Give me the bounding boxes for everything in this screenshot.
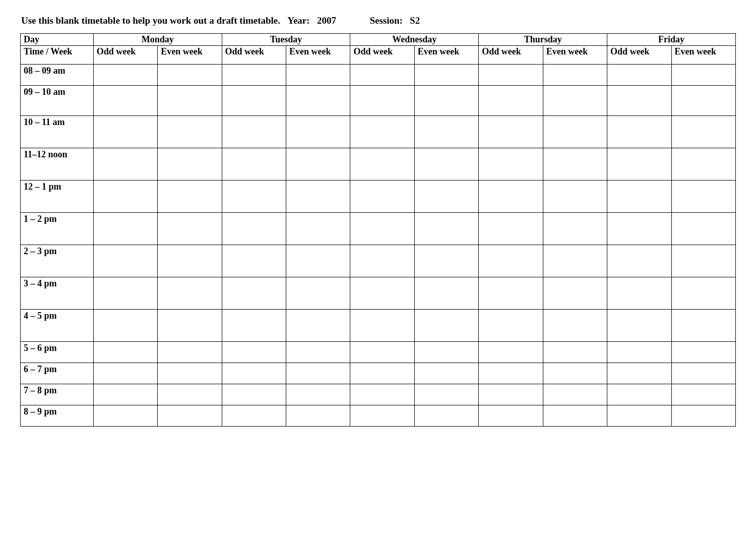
timetable-cell[interactable]	[350, 342, 414, 363]
timetable-cell[interactable]	[93, 384, 157, 405]
timetable-cell[interactable]	[286, 310, 350, 342]
timetable-cell[interactable]	[607, 310, 671, 342]
timetable-cell[interactable]	[543, 384, 607, 405]
timetable-cell[interactable]	[414, 310, 478, 342]
timetable-cell[interactable]	[222, 181, 286, 213]
timetable-cell[interactable]	[158, 213, 222, 245]
timetable-cell[interactable]	[350, 245, 414, 277]
timetable-cell[interactable]	[607, 116, 671, 148]
timetable-cell[interactable]	[93, 181, 157, 213]
timetable-cell[interactable]	[158, 310, 222, 342]
timetable-cell[interactable]	[414, 148, 478, 181]
timetable-cell[interactable]	[286, 213, 350, 245]
timetable-cell[interactable]	[543, 342, 607, 363]
timetable-cell[interactable]	[93, 65, 157, 86]
timetable-cell[interactable]	[158, 116, 222, 148]
timetable-cell[interactable]	[607, 245, 671, 277]
timetable-cell[interactable]	[158, 405, 222, 427]
timetable-cell[interactable]	[222, 148, 286, 181]
timetable-cell[interactable]	[222, 116, 286, 148]
timetable-cell[interactable]	[286, 148, 350, 181]
timetable-cell[interactable]	[158, 181, 222, 213]
timetable-cell[interactable]	[607, 405, 671, 427]
timetable-cell[interactable]	[286, 86, 350, 116]
timetable-cell[interactable]	[543, 310, 607, 342]
timetable-cell[interactable]	[286, 245, 350, 277]
timetable-cell[interactable]	[222, 342, 286, 363]
timetable-cell[interactable]	[93, 405, 157, 427]
timetable-cell[interactable]	[350, 148, 414, 181]
timetable-cell[interactable]	[286, 384, 350, 405]
timetable-cell[interactable]	[350, 277, 414, 310]
timetable-cell[interactable]	[286, 342, 350, 363]
timetable-cell[interactable]	[350, 116, 414, 148]
timetable-cell[interactable]	[93, 213, 157, 245]
timetable-cell[interactable]	[671, 213, 735, 245]
timetable-cell[interactable]	[479, 148, 543, 181]
timetable-cell[interactable]	[479, 405, 543, 427]
timetable-cell[interactable]	[671, 116, 735, 148]
timetable-cell[interactable]	[222, 310, 286, 342]
timetable-cell[interactable]	[414, 65, 478, 86]
timetable-cell[interactable]	[543, 86, 607, 116]
timetable-cell[interactable]	[222, 86, 286, 116]
timetable-cell[interactable]	[607, 148, 671, 181]
timetable-cell[interactable]	[607, 363, 671, 384]
timetable-cell[interactable]	[543, 405, 607, 427]
timetable-cell[interactable]	[93, 86, 157, 116]
timetable-cell[interactable]	[158, 384, 222, 405]
timetable-cell[interactable]	[479, 116, 543, 148]
timetable-cell[interactable]	[607, 277, 671, 310]
timetable-cell[interactable]	[414, 245, 478, 277]
timetable-cell[interactable]	[479, 245, 543, 277]
timetable-cell[interactable]	[222, 384, 286, 405]
timetable-cell[interactable]	[93, 148, 157, 181]
timetable-cell[interactable]	[607, 181, 671, 213]
timetable-cell[interactable]	[671, 86, 735, 116]
timetable-cell[interactable]	[543, 213, 607, 245]
timetable-cell[interactable]	[158, 277, 222, 310]
timetable-cell[interactable]	[414, 116, 478, 148]
timetable-cell[interactable]	[607, 384, 671, 405]
timetable-cell[interactable]	[479, 363, 543, 384]
timetable-cell[interactable]	[543, 245, 607, 277]
timetable-cell[interactable]	[543, 65, 607, 86]
timetable-cell[interactable]	[479, 86, 543, 116]
timetable-cell[interactable]	[93, 245, 157, 277]
timetable-cell[interactable]	[286, 405, 350, 427]
timetable-cell[interactable]	[479, 277, 543, 310]
timetable-cell[interactable]	[479, 342, 543, 363]
timetable-cell[interactable]	[222, 213, 286, 245]
timetable-cell[interactable]	[222, 277, 286, 310]
timetable-cell[interactable]	[414, 405, 478, 427]
timetable-cell[interactable]	[93, 342, 157, 363]
timetable-cell[interactable]	[671, 148, 735, 181]
timetable-cell[interactable]	[671, 363, 735, 384]
timetable-cell[interactable]	[414, 277, 478, 310]
timetable-cell[interactable]	[414, 213, 478, 245]
timetable-cell[interactable]	[158, 65, 222, 86]
timetable-cell[interactable]	[286, 363, 350, 384]
timetable-cell[interactable]	[607, 86, 671, 116]
timetable-cell[interactable]	[93, 363, 157, 384]
timetable-cell[interactable]	[158, 363, 222, 384]
timetable-cell[interactable]	[158, 86, 222, 116]
timetable-cell[interactable]	[479, 213, 543, 245]
timetable-cell[interactable]	[414, 181, 478, 213]
timetable-cell[interactable]	[350, 86, 414, 116]
timetable-cell[interactable]	[671, 245, 735, 277]
timetable-cell[interactable]	[671, 342, 735, 363]
timetable-cell[interactable]	[671, 65, 735, 86]
timetable-cell[interactable]	[350, 384, 414, 405]
timetable-cell[interactable]	[607, 213, 671, 245]
timetable-cell[interactable]	[671, 405, 735, 427]
timetable-cell[interactable]	[414, 384, 478, 405]
timetable-cell[interactable]	[286, 277, 350, 310]
timetable-cell[interactable]	[414, 86, 478, 116]
timetable-cell[interactable]	[607, 342, 671, 363]
timetable-cell[interactable]	[222, 363, 286, 384]
timetable-cell[interactable]	[158, 148, 222, 181]
timetable-cell[interactable]	[158, 342, 222, 363]
timetable-cell[interactable]	[350, 65, 414, 86]
timetable-cell[interactable]	[543, 277, 607, 310]
